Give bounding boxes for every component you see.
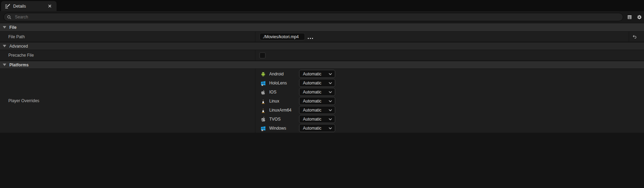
precache-file-checkbox[interactable] bbox=[260, 52, 265, 58]
chevron-down-icon bbox=[3, 44, 6, 48]
chevron-down-icon bbox=[329, 127, 332, 129]
search-icon bbox=[7, 15, 12, 20]
platform-name: Linux bbox=[269, 99, 279, 104]
svg-text:u: u bbox=[262, 128, 263, 131]
android-icon bbox=[260, 71, 266, 77]
display-filter-icon[interactable] bbox=[626, 14, 633, 21]
platform-row-tvos: tv TVOS Automatic bbox=[255, 115, 498, 124]
reset-column-divider bbox=[629, 32, 629, 42]
browse-button[interactable] bbox=[308, 32, 313, 42]
section-header-platforms[interactable]: Platforms bbox=[0, 61, 644, 69]
chevron-down-icon bbox=[3, 63, 6, 67]
platform-name: LinuxArm64 bbox=[269, 108, 291, 113]
section-title: Advanced bbox=[9, 44, 28, 49]
column-divider[interactable] bbox=[255, 50, 255, 60]
svg-text:tv: tv bbox=[261, 118, 263, 121]
platform-name: IOS bbox=[269, 90, 277, 95]
file-path-input[interactable]: ./Movies/kotori.mp4 bbox=[260, 33, 305, 40]
section-header-advanced[interactable]: Advanced bbox=[0, 42, 644, 50]
details-icon bbox=[5, 3, 10, 9]
platform-row-linux: Linux Automatic bbox=[255, 97, 498, 106]
chevron-down-icon bbox=[329, 82, 332, 84]
empty-panel-area bbox=[0, 133, 644, 188]
chevron-down-icon bbox=[329, 118, 332, 120]
linuxarm64-override-dropdown[interactable]: Automatic bbox=[299, 106, 335, 114]
file-path-row: File Path ./Movies/kotori.mp4 bbox=[0, 32, 644, 42]
platform-row-linuxarm64: LinuxArm64 Automatic bbox=[255, 106, 498, 115]
linux-icon bbox=[260, 98, 266, 104]
platform-list: Android Automatic bbox=[255, 70, 498, 133]
hololens-override-dropdown[interactable]: Automatic bbox=[299, 79, 335, 87]
platform-name: TVOS bbox=[269, 117, 281, 122]
reset-to-default-icon[interactable] bbox=[632, 34, 638, 40]
column-divider[interactable] bbox=[255, 32, 255, 42]
file-path-label: File Path bbox=[8, 32, 25, 42]
search-input[interactable] bbox=[14, 14, 620, 20]
tab-bar: Details bbox=[0, 0, 644, 11]
linux-icon bbox=[260, 107, 266, 113]
platform-row-android: Android Automatic bbox=[255, 70, 498, 79]
close-icon[interactable] bbox=[47, 3, 52, 9]
search-box[interactable] bbox=[3, 13, 623, 21]
platform-name: Android bbox=[269, 72, 283, 76]
windows-override-dropdown[interactable]: Automatic bbox=[299, 124, 335, 132]
tvos-icon: tv bbox=[260, 116, 266, 122]
gear-icon[interactable] bbox=[636, 14, 643, 21]
chevron-down-icon bbox=[329, 100, 332, 102]
platform-row-ios: IOS Automatic bbox=[255, 88, 498, 97]
precache-file-label: Precache File bbox=[8, 50, 34, 60]
apple-icon bbox=[260, 89, 266, 95]
player-overrides-label: Player Overrides bbox=[8, 69, 39, 133]
linux-override-dropdown[interactable]: Automatic bbox=[299, 97, 335, 105]
platform-name: Windows bbox=[269, 126, 286, 131]
windows-icon: u bbox=[260, 125, 266, 131]
section-title: File bbox=[9, 25, 17, 30]
tvos-override-dropdown[interactable]: Automatic bbox=[299, 115, 335, 123]
android-override-dropdown[interactable]: Automatic bbox=[299, 70, 335, 78]
chevron-down-icon bbox=[3, 26, 6, 29]
section-title: Platforms bbox=[9, 63, 28, 67]
platform-name: HoloLens bbox=[269, 81, 287, 85]
windows-icon: u bbox=[260, 80, 266, 86]
tab-title: Details bbox=[13, 4, 47, 9]
tab-details[interactable]: Details bbox=[1, 1, 57, 11]
player-overrides-row: Player Overrides bbox=[0, 69, 644, 133]
section-header-file[interactable]: File bbox=[0, 23, 644, 32]
platform-row-windows: u Windows Automatic bbox=[255, 124, 498, 133]
svg-text:u: u bbox=[262, 83, 263, 86]
chevron-down-icon bbox=[329, 109, 332, 111]
ios-override-dropdown[interactable]: Automatic bbox=[299, 88, 335, 96]
precache-file-row: Precache File bbox=[0, 50, 644, 61]
chevron-down-icon bbox=[329, 91, 332, 93]
details-panel: Details bbox=[0, 0, 644, 188]
chevron-down-icon bbox=[329, 73, 332, 75]
platform-row-hololens: u HoloLens Automatic bbox=[255, 79, 498, 88]
search-row bbox=[0, 11, 644, 23]
